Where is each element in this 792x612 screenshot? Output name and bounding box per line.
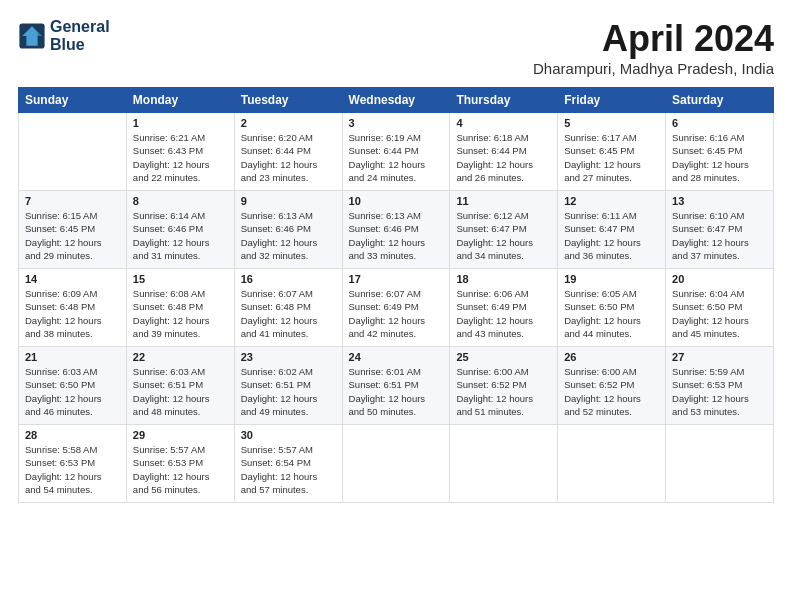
day-detail: Sunrise: 6:01 AMSunset: 6:51 PMDaylight:… <box>349 365 444 418</box>
day-detail: Sunrise: 6:10 AMSunset: 6:47 PMDaylight:… <box>672 209 767 262</box>
day-number: 10 <box>349 195 444 207</box>
calendar-day-cell: 21 Sunrise: 6:03 AMSunset: 6:50 PMDaylig… <box>19 347 127 425</box>
calendar-day-cell: 8 Sunrise: 6:14 AMSunset: 6:46 PMDayligh… <box>126 191 234 269</box>
title-block: April 2024 Dharampuri, Madhya Pradesh, I… <box>533 18 774 77</box>
calendar-day-cell: 29 Sunrise: 5:57 AMSunset: 6:53 PMDaylig… <box>126 425 234 503</box>
logo: General Blue <box>18 18 110 53</box>
day-detail: Sunrise: 6:21 AMSunset: 6:43 PMDaylight:… <box>133 131 228 184</box>
calendar-day-cell: 19 Sunrise: 6:05 AMSunset: 6:50 PMDaylig… <box>558 269 666 347</box>
day-number: 27 <box>672 351 767 363</box>
calendar-day-cell: 13 Sunrise: 6:10 AMSunset: 6:47 PMDaylig… <box>666 191 774 269</box>
calendar-day-cell: 15 Sunrise: 6:08 AMSunset: 6:48 PMDaylig… <box>126 269 234 347</box>
day-detail: Sunrise: 6:07 AMSunset: 6:48 PMDaylight:… <box>241 287 336 340</box>
day-number: 14 <box>25 273 120 285</box>
header: General Blue April 2024 Dharampuri, Madh… <box>18 18 774 77</box>
day-number: 9 <box>241 195 336 207</box>
location-title: Dharampuri, Madhya Pradesh, India <box>533 60 774 77</box>
calendar-day-cell: 6 Sunrise: 6:16 AMSunset: 6:45 PMDayligh… <box>666 113 774 191</box>
header-day: Thursday <box>450 88 558 113</box>
calendar-body: 1 Sunrise: 6:21 AMSunset: 6:43 PMDayligh… <box>19 113 774 503</box>
day-number: 29 <box>133 429 228 441</box>
header-day: Saturday <box>666 88 774 113</box>
calendar-day-cell: 7 Sunrise: 6:15 AMSunset: 6:45 PMDayligh… <box>19 191 127 269</box>
calendar-day-cell: 24 Sunrise: 6:01 AMSunset: 6:51 PMDaylig… <box>342 347 450 425</box>
day-number: 23 <box>241 351 336 363</box>
day-number: 20 <box>672 273 767 285</box>
day-number: 22 <box>133 351 228 363</box>
logo-general: General <box>50 18 110 35</box>
day-number: 13 <box>672 195 767 207</box>
day-detail: Sunrise: 6:16 AMSunset: 6:45 PMDaylight:… <box>672 131 767 184</box>
day-detail: Sunrise: 6:19 AMSunset: 6:44 PMDaylight:… <box>349 131 444 184</box>
day-detail: Sunrise: 6:18 AMSunset: 6:44 PMDaylight:… <box>456 131 551 184</box>
calendar-week-row: 28 Sunrise: 5:58 AMSunset: 6:53 PMDaylig… <box>19 425 774 503</box>
calendar-day-cell: 16 Sunrise: 6:07 AMSunset: 6:48 PMDaylig… <box>234 269 342 347</box>
calendar-day-cell <box>558 425 666 503</box>
day-number: 24 <box>349 351 444 363</box>
day-detail: Sunrise: 5:57 AMSunset: 6:53 PMDaylight:… <box>133 443 228 496</box>
day-detail: Sunrise: 6:05 AMSunset: 6:50 PMDaylight:… <box>564 287 659 340</box>
calendar-day-cell: 2 Sunrise: 6:20 AMSunset: 6:44 PMDayligh… <box>234 113 342 191</box>
day-detail: Sunrise: 6:08 AMSunset: 6:48 PMDaylight:… <box>133 287 228 340</box>
day-number: 4 <box>456 117 551 129</box>
day-number: 16 <box>241 273 336 285</box>
calendar-day-cell: 3 Sunrise: 6:19 AMSunset: 6:44 PMDayligh… <box>342 113 450 191</box>
calendar-week-row: 1 Sunrise: 6:21 AMSunset: 6:43 PMDayligh… <box>19 113 774 191</box>
calendar-day-cell: 18 Sunrise: 6:06 AMSunset: 6:49 PMDaylig… <box>450 269 558 347</box>
day-detail: Sunrise: 6:17 AMSunset: 6:45 PMDaylight:… <box>564 131 659 184</box>
day-number: 21 <box>25 351 120 363</box>
day-number: 11 <box>456 195 551 207</box>
day-detail: Sunrise: 5:57 AMSunset: 6:54 PMDaylight:… <box>241 443 336 496</box>
calendar-day-cell: 22 Sunrise: 6:03 AMSunset: 6:51 PMDaylig… <box>126 347 234 425</box>
day-number: 25 <box>456 351 551 363</box>
day-number: 8 <box>133 195 228 207</box>
calendar-day-cell: 20 Sunrise: 6:04 AMSunset: 6:50 PMDaylig… <box>666 269 774 347</box>
day-detail: Sunrise: 6:11 AMSunset: 6:47 PMDaylight:… <box>564 209 659 262</box>
calendar-day-cell: 23 Sunrise: 6:02 AMSunset: 6:51 PMDaylig… <box>234 347 342 425</box>
calendar-day-cell <box>19 113 127 191</box>
calendar-day-cell: 5 Sunrise: 6:17 AMSunset: 6:45 PMDayligh… <box>558 113 666 191</box>
calendar-day-cell: 4 Sunrise: 6:18 AMSunset: 6:44 PMDayligh… <box>450 113 558 191</box>
calendar-week-row: 21 Sunrise: 6:03 AMSunset: 6:50 PMDaylig… <box>19 347 774 425</box>
logo-blue: Blue <box>50 36 85 53</box>
calendar-day-cell: 1 Sunrise: 6:21 AMSunset: 6:43 PMDayligh… <box>126 113 234 191</box>
header-day: Sunday <box>19 88 127 113</box>
day-number: 18 <box>456 273 551 285</box>
logo-icon <box>18 22 46 50</box>
calendar-day-cell: 11 Sunrise: 6:12 AMSunset: 6:47 PMDaylig… <box>450 191 558 269</box>
month-title: April 2024 <box>533 18 774 60</box>
day-detail: Sunrise: 6:09 AMSunset: 6:48 PMDaylight:… <box>25 287 120 340</box>
day-detail: Sunrise: 6:02 AMSunset: 6:51 PMDaylight:… <box>241 365 336 418</box>
day-detail: Sunrise: 6:00 AMSunset: 6:52 PMDaylight:… <box>564 365 659 418</box>
calendar-day-cell: 10 Sunrise: 6:13 AMSunset: 6:46 PMDaylig… <box>342 191 450 269</box>
calendar-day-cell: 12 Sunrise: 6:11 AMSunset: 6:47 PMDaylig… <box>558 191 666 269</box>
day-number: 3 <box>349 117 444 129</box>
day-number: 15 <box>133 273 228 285</box>
header-day: Wednesday <box>342 88 450 113</box>
day-detail: Sunrise: 6:20 AMSunset: 6:44 PMDaylight:… <box>241 131 336 184</box>
calendar-day-cell: 27 Sunrise: 5:59 AMSunset: 6:53 PMDaylig… <box>666 347 774 425</box>
calendar-day-cell: 17 Sunrise: 6:07 AMSunset: 6:49 PMDaylig… <box>342 269 450 347</box>
day-detail: Sunrise: 6:13 AMSunset: 6:46 PMDaylight:… <box>349 209 444 262</box>
calendar-day-cell <box>450 425 558 503</box>
day-number: 12 <box>564 195 659 207</box>
day-detail: Sunrise: 6:00 AMSunset: 6:52 PMDaylight:… <box>456 365 551 418</box>
day-number: 5 <box>564 117 659 129</box>
calendar-day-cell: 28 Sunrise: 5:58 AMSunset: 6:53 PMDaylig… <box>19 425 127 503</box>
calendar-week-row: 7 Sunrise: 6:15 AMSunset: 6:45 PMDayligh… <box>19 191 774 269</box>
day-detail: Sunrise: 6:07 AMSunset: 6:49 PMDaylight:… <box>349 287 444 340</box>
day-detail: Sunrise: 6:04 AMSunset: 6:50 PMDaylight:… <box>672 287 767 340</box>
calendar-day-cell <box>342 425 450 503</box>
day-detail: Sunrise: 6:03 AMSunset: 6:51 PMDaylight:… <box>133 365 228 418</box>
header-row: SundayMondayTuesdayWednesdayThursdayFrid… <box>19 88 774 113</box>
calendar-day-cell: 9 Sunrise: 6:13 AMSunset: 6:46 PMDayligh… <box>234 191 342 269</box>
page-container: General Blue April 2024 Dharampuri, Madh… <box>0 0 792 513</box>
day-detail: Sunrise: 6:14 AMSunset: 6:46 PMDaylight:… <box>133 209 228 262</box>
calendar-table: SundayMondayTuesdayWednesdayThursdayFrid… <box>18 87 774 503</box>
calendar-day-cell: 26 Sunrise: 6:00 AMSunset: 6:52 PMDaylig… <box>558 347 666 425</box>
header-day: Monday <box>126 88 234 113</box>
day-detail: Sunrise: 6:15 AMSunset: 6:45 PMDaylight:… <box>25 209 120 262</box>
calendar-day-cell: 30 Sunrise: 5:57 AMSunset: 6:54 PMDaylig… <box>234 425 342 503</box>
calendar-week-row: 14 Sunrise: 6:09 AMSunset: 6:48 PMDaylig… <box>19 269 774 347</box>
day-detail: Sunrise: 6:03 AMSunset: 6:50 PMDaylight:… <box>25 365 120 418</box>
